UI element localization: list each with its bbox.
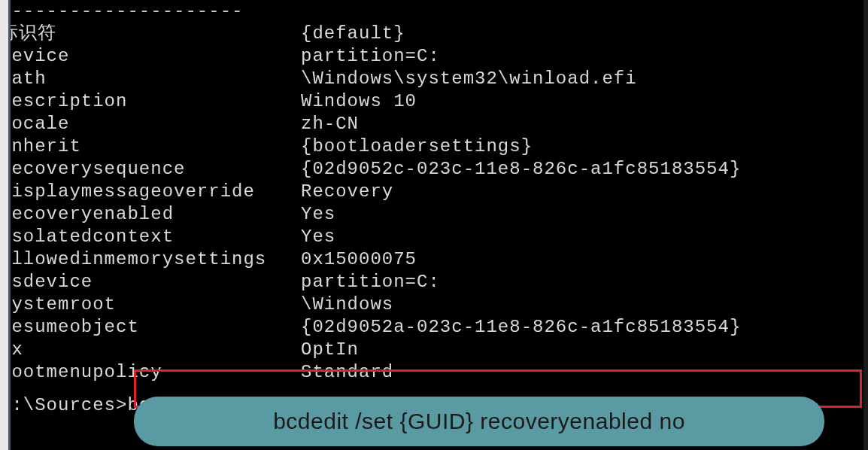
bcd-entry-label: recoverysequence (0, 158, 301, 181)
bcd-entry-label: device (0, 45, 301, 68)
bcd-entry-row: 标识符{default} (0, 23, 863, 45)
bcd-entry-label: nx (0, 339, 301, 361)
bcd-entry-value: 0x15000075 (301, 248, 863, 271)
bcd-entry-row: osdevicepartition=C: (0, 271, 863, 293)
bcd-entry-row: descriptionWindows 10 (0, 90, 863, 113)
bcd-entry-value: Windows 10 (301, 90, 863, 113)
bcd-entry-row: inherit{bootloadersettings} (0, 135, 863, 158)
prompt-path: X:\Sources> (0, 394, 127, 417)
bcd-entry-value: {02d9052a-023c-11e8-826c-a1fc85183554} (301, 316, 863, 339)
bcd-entry-value: partition=C: (301, 45, 863, 68)
bcd-entry-label: resumeobject (0, 316, 301, 339)
bcd-entry-label: inherit (0, 135, 301, 158)
bcd-entries-list: 标识符{default}devicepartition=C:path\Windo… (0, 23, 863, 384)
bcd-entry-value: {default} (301, 23, 863, 45)
bcd-entry-row: devicepartition=C: (0, 45, 863, 68)
bcd-entry-row: allowedinmemorysettings0x15000075 (0, 248, 863, 271)
bcd-entry-value: \Windows\system32\winload.efi (301, 68, 863, 90)
bcd-entry-label: 标识符 (0, 23, 301, 45)
annotation-text: bcdedit /set {GUID} recoveryenabled no (273, 409, 685, 434)
bcd-entry-label: allowedinmemorysettings (0, 248, 301, 271)
annotation-bubble: bcdedit /set {GUID} recoveryenabled no (134, 397, 824, 446)
bcd-entry-value: \Windows (301, 293, 863, 316)
window-left-border (0, 0, 8, 450)
bcd-entry-row: resumeobject{02d9052a-023c-11e8-826c-a1f… (0, 316, 863, 339)
bcd-entry-value: partition=C: (301, 271, 863, 293)
bcd-entry-row: nxOptIn (0, 339, 863, 361)
bcd-entry-label: path (0, 68, 301, 90)
bcd-entry-label: isolatedcontext (0, 226, 301, 248)
bcd-entry-value: zh-CN (301, 113, 863, 135)
bcd-entry-row: recoverysequence{02d9052c-023c-11e8-826c… (0, 158, 863, 181)
bcd-entry-row: localezh-CN (0, 113, 863, 135)
bcd-entry-label: locale (0, 113, 301, 135)
bcd-entry-label: recoveryenabled (0, 203, 301, 226)
bcd-entry-value: {bootloadersettings} (301, 135, 863, 158)
section-divider: --------------------- (0, 0, 863, 23)
bcd-entry-row: recoveryenabledYes (0, 203, 863, 226)
bcd-entry-label: displaymessageoverride (0, 181, 301, 203)
bcd-entry-value: Yes (301, 203, 863, 226)
bcd-entry-value: Recovery (301, 181, 863, 203)
window-left-border-inner (8, 0, 11, 450)
bcd-entry-row: displaymessageoverrideRecovery (0, 181, 863, 203)
bcd-entry-row: isolatedcontextYes (0, 226, 863, 248)
bcd-entry-row: path\Windows\system32\winload.efi (0, 68, 863, 90)
bcd-entry-value: {02d9052c-023c-11e8-826c-a1fc85183554} (301, 158, 863, 181)
bcd-entry-label: systemroot (0, 293, 301, 316)
bcd-entry-value: OptIn (301, 339, 863, 361)
bcd-entry-row: systemroot\Windows (0, 293, 863, 316)
bcd-entry-value: Yes (301, 226, 863, 248)
bcd-entry-label: osdevice (0, 271, 301, 293)
bcd-entry-label: description (0, 90, 301, 113)
